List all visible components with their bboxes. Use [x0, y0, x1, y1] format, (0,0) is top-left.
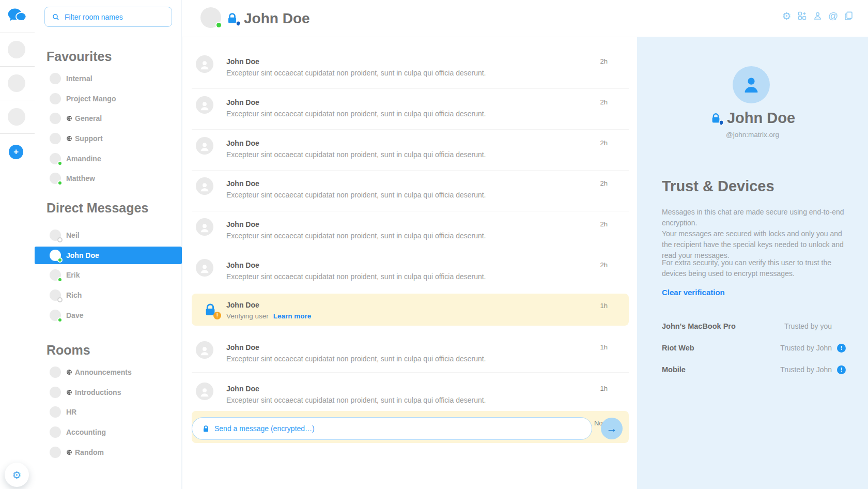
room-label: General [75, 114, 102, 123]
device-list: John's MacBook Pro Trusted by you Riot W… [662, 315, 846, 380]
presence-dot [57, 257, 63, 263]
message-row: John Doe Excepteur sint occaecat cupidat… [182, 176, 638, 212]
send-button[interactable]: → [601, 418, 623, 439]
message-sender: John Doe [226, 261, 259, 269]
rail-divider [0, 66, 35, 67]
message-timestamp: 2h [600, 98, 608, 106]
add-room-button[interactable]: + [9, 145, 23, 159]
room-avatar [50, 173, 61, 184]
room-label: Dave [66, 311, 83, 319]
device-name: Riot Web [662, 344, 694, 352]
rail-divider [0, 100, 35, 100]
trust-paragraph: Messages in this chat are made secure us… [662, 207, 846, 228]
user-info-panel: John Doe @john:matrix.org Trust & Device… [637, 37, 868, 489]
presence-dot [57, 237, 63, 242]
room-label: Matthew [66, 174, 95, 182]
room-avatar [50, 387, 61, 398]
members-person-icon[interactable] [812, 10, 823, 21]
app-logo-chat-bubbles-icon[interactable] [7, 6, 27, 26]
room-filter-input[interactable] [65, 13, 172, 21]
trust-paragraph: Your messages are secured with locks and… [662, 228, 846, 261]
room-item[interactable]: Matthew [35, 169, 182, 189]
presence-dot [57, 297, 63, 302]
room-item[interactable]: Neil [35, 225, 182, 246]
learn-more-link[interactable]: Learn more [273, 312, 312, 320]
files-icon[interactable] [843, 10, 854, 21]
presence-dot [57, 317, 63, 323]
room-item[interactable]: Erik [35, 265, 182, 285]
chat-header: John Doe ⚙ @ [182, 0, 868, 37]
device-row: Riot Web Trusted by John ! [662, 337, 846, 359]
section-title-favourites: Favourites [47, 49, 112, 64]
integrations-grid-plus-icon[interactable] [797, 10, 808, 21]
rail-divider [0, 133, 35, 134]
device-name: Mobile [662, 365, 686, 374]
rail-room-avatar[interactable] [8, 74, 25, 92]
event-timestamp: 1h [600, 302, 608, 310]
message-timestamp: 2h [600, 179, 608, 187]
room-list: Neil John Doe Erik Rich Dave [35, 225, 182, 325]
message-input[interactable] [214, 424, 592, 433]
person-avatar-icon [196, 218, 213, 236]
room-item[interactable]: John Doe [35, 246, 182, 266]
person-avatar-icon [196, 259, 213, 277]
message-sender: John Doe [226, 343, 259, 352]
info-icon[interactable]: ! [837, 365, 846, 374]
mentions-at-icon[interactable]: @ [828, 10, 839, 21]
shield-badge-icon [235, 20, 241, 27]
message-composer[interactable] [192, 417, 592, 440]
message-row: John Doe Excepteur sint occaecat cupidat… [182, 340, 638, 376]
room-item[interactable]: HR [35, 402, 182, 422]
presence-dot [57, 277, 63, 282]
room-item[interactable]: Rich [35, 285, 182, 305]
room-avatar [50, 133, 61, 144]
room-item[interactable]: Project Mango [35, 89, 182, 109]
room-item[interactable]: Support [35, 129, 182, 149]
app: + ⚙ Favourites Internal Project Mango [0, 0, 868, 489]
search-icon [52, 13, 60, 21]
room-item[interactable]: Accounting [35, 422, 182, 442]
person-avatar-icon [196, 177, 213, 195]
room-item[interactable]: Random [35, 442, 182, 462]
message-row: John Doe Excepteur sint occaecat cupidat… [182, 95, 638, 131]
rail-divider [0, 33, 35, 33]
room-item[interactable]: Amandine [35, 148, 182, 169]
room-item[interactable]: Introductions [35, 383, 182, 403]
profile-name: John Doe [727, 110, 795, 127]
room-avatar [50, 153, 61, 164]
room-item[interactable]: Dave [35, 305, 182, 325]
room-avatar [50, 406, 61, 418]
message-sender: John Doe [226, 385, 259, 393]
presence-dot [215, 22, 222, 28]
rail-room-avatar[interactable] [8, 41, 25, 58]
rail-room-avatar[interactable] [8, 108, 25, 126]
message-text: Excepteur sint occaecat cupidatat non pr… [226, 69, 486, 77]
device-trust-status: Trusted by John [780, 344, 832, 352]
section-title-rooms: Rooms [47, 343, 90, 358]
room-item[interactable]: Announcements [35, 362, 182, 383]
info-icon[interactable]: ! [837, 344, 846, 353]
person-avatar-icon [196, 96, 213, 114]
shield-badge-icon [718, 119, 724, 126]
settings-gear-button[interactable]: ⚙ [5, 463, 29, 487]
message-sender: John Doe [226, 57, 259, 66]
clear-verification-link[interactable]: Clear verification [662, 288, 725, 297]
message-timestamp: 2h [600, 57, 608, 65]
room-item[interactable]: General [35, 109, 182, 129]
send-arrow-icon: → [607, 422, 617, 435]
room-filter-box[interactable] [44, 7, 172, 27]
room-label: Internal [66, 74, 92, 83]
globe-icon [66, 369, 72, 375]
room-label: Accounting [66, 428, 106, 436]
message-text: Excepteur sint occaecat cupidatat non pr… [226, 191, 486, 199]
message-row: John Doe Excepteur sint occaecat cupidat… [182, 217, 638, 253]
presence-dot [57, 180, 63, 186]
message-timeline: John Doe Excepteur sint occaecat cupidat… [182, 37, 638, 450]
message-text: Excepteur sint occaecat cupidatat non pr… [226, 396, 486, 404]
room-label: Project Mango [66, 95, 116, 103]
room-label: HR [66, 408, 76, 416]
message-row: John Doe Excepteur sint occaecat cupidat… [182, 54, 638, 90]
profile-avatar [733, 66, 770, 103]
room-settings-gear-icon[interactable]: ⚙ [781, 10, 792, 21]
room-item[interactable]: Internal [35, 69, 182, 89]
